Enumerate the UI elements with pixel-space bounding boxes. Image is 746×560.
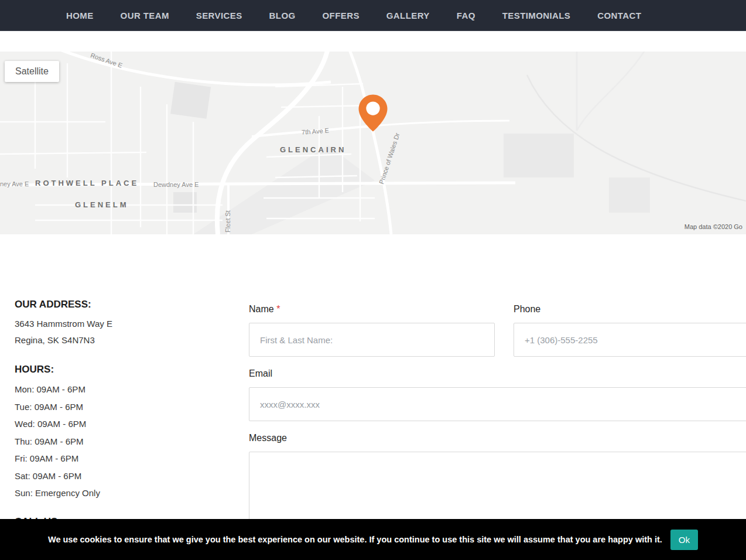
hours-tuesday: Tue: 09AM - 6PM xyxy=(15,398,237,416)
contact-info-column: OUR ADDRESS: 3643 Hammstrom Way E Regina… xyxy=(15,299,237,533)
nav-item-contact[interactable]: CONTACT xyxy=(584,11,655,21)
hours-friday: Fri: 09AM - 6PM xyxy=(15,450,237,467)
map-area-label-glenelm: GLENELM xyxy=(75,200,129,209)
email-input[interactable] xyxy=(249,387,746,421)
nav-item-blog[interactable]: BLOG xyxy=(256,11,309,21)
map-area-label-glencairn: GLENCAIRN xyxy=(280,145,346,154)
hours-wednesday: Wed: 09AM - 6PM xyxy=(15,415,237,433)
cookie-consent-bar: We use cookies to ensure that we give yo… xyxy=(0,519,746,560)
address-line-2: Regina, SK S4N7N3 xyxy=(15,332,237,349)
nav-item-our-team[interactable]: OUR TEAM xyxy=(107,11,183,21)
location-pin-icon[interactable] xyxy=(357,94,389,132)
map-road-label-ney-ave: ney Ave E xyxy=(0,180,29,187)
address-heading: OUR ADDRESS: xyxy=(15,299,237,310)
cookie-ok-button[interactable]: Ok xyxy=(670,530,698,550)
message-field-label: Message xyxy=(249,433,746,443)
main-navbar: HOME OUR TEAM SERVICES BLOG OFFERS GALLE… xyxy=(0,0,746,31)
nav-item-gallery[interactable]: GALLERY xyxy=(373,11,443,21)
nav-item-testimonials[interactable]: TESTIMONIALS xyxy=(489,11,584,21)
nav-item-services[interactable]: SERVICES xyxy=(183,11,256,21)
page: HOME OUR TEAM SERVICES BLOG OFFERS GALLE… xyxy=(0,0,746,560)
phone-input[interactable] xyxy=(514,323,746,357)
name-field-label: Name * xyxy=(249,304,495,315)
hours-thursday: Thu: 09AM - 6PM xyxy=(15,433,237,450)
map-area-label-rothwell-place: ROTHWELL PLACE xyxy=(35,179,139,187)
cookie-consent-message: We use cookies to ensure that we give yo… xyxy=(48,535,662,544)
google-map-embed[interactable]: Ross Ave E 7th Ave E GLENCAIRN ney Ave E… xyxy=(0,52,746,234)
email-field-label: Email xyxy=(249,368,746,379)
hours-heading: HOURS: xyxy=(15,364,237,375)
nav-item-home[interactable]: HOME xyxy=(53,11,107,21)
hours-saturday: Sat: 09AM - 6PM xyxy=(15,467,237,485)
contact-form: Name * Phone Email Message xyxy=(249,304,746,554)
map-satellite-button[interactable]: Satellite xyxy=(5,61,59,82)
map-attribution: Map data ©2020 Go xyxy=(685,223,742,230)
name-label-text: Name xyxy=(249,304,274,314)
nav-item-faq[interactable]: FAQ xyxy=(443,11,489,21)
hours-sunday: Sun: Emergency Only xyxy=(15,484,237,502)
nav-item-offers[interactable]: OFFERS xyxy=(309,11,373,21)
name-input[interactable] xyxy=(249,323,495,357)
phone-field-label: Phone xyxy=(514,304,746,315)
required-asterisk: * xyxy=(276,304,280,314)
address-line-1: 3643 Hammstrom Way E xyxy=(15,316,237,332)
map-road-label-dewdney-ave: Dewdney Ave E xyxy=(153,181,199,188)
hours-monday: Mon: 09AM - 6PM xyxy=(15,381,237,398)
map-road-label-fleet-st: Fleet St xyxy=(224,210,231,233)
